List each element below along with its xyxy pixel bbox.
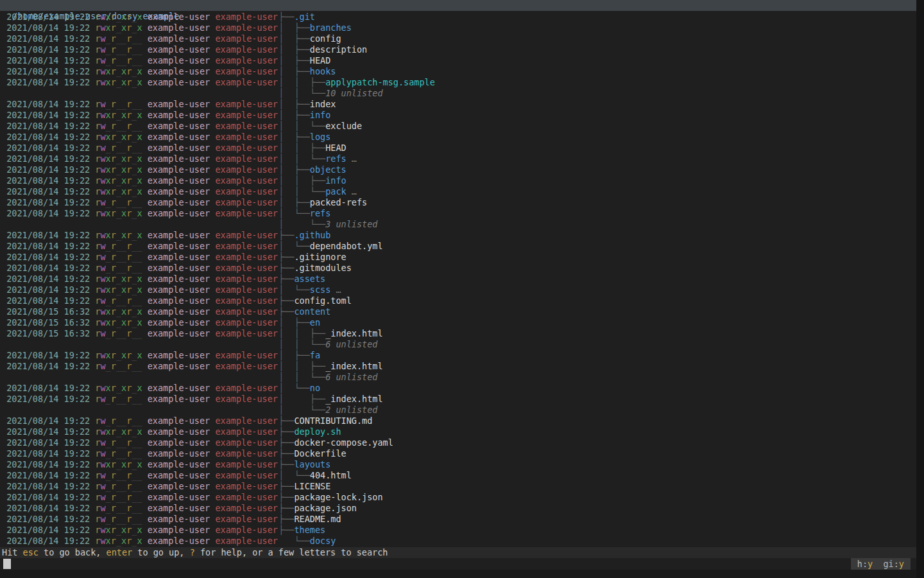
- unlisted-row[interactable]: │ │ └──6 unlisted: [0, 339, 916, 350]
- tree-branch-lines: │ └──: [278, 470, 310, 480]
- tree-branch-lines: │ │ ├──: [278, 361, 325, 371]
- permissions: rwxr_xr_x: [95, 110, 142, 120]
- modified-datetime: 2021/08/14 19:22: [1, 143, 90, 153]
- file-row[interactable]: 2021/08/14 19:22 rw_r__r__ example-user …: [0, 361, 916, 372]
- file-row[interactable]: 2021/08/15 16:32 rwxr_xr_x example-user …: [0, 317, 916, 328]
- toggle-flags[interactable]: h:y gi:y: [851, 558, 911, 570]
- unlisted-row[interactable]: │ │ └──10 unlisted: [0, 88, 916, 99]
- permissions: rw_r__r__: [95, 361, 142, 371]
- group-name: example-user: [215, 481, 278, 491]
- file-row[interactable]: 2021/08/14 19:22 rw_r__r__ example-user …: [0, 394, 916, 405]
- file-row[interactable]: 2021/08/14 19:22 rwxr_xr_x example-user …: [0, 383, 916, 394]
- unlisted-row[interactable]: │ └──3 unlisted: [0, 219, 916, 230]
- file-metadata: 2021/08/15 16:32 rwxr_xr_x example-user …: [1, 317, 278, 328]
- file-name: docker-compose.yaml: [294, 437, 393, 448]
- file-row[interactable]: 2021/08/14 19:22 rw_r__r__ example-user …: [0, 470, 916, 481]
- owner-name: example-user: [148, 110, 210, 120]
- hint-text: to go back,: [38, 547, 107, 557]
- file-row[interactable]: 2021/08/14 19:22 rw_r__r__ example-user …: [0, 437, 916, 448]
- group-name: example-user: [215, 121, 278, 131]
- file-row[interactable]: 2021/08/14 19:22 rw_r__r__ example-user …: [0, 143, 916, 153]
- file-row[interactable]: 2021/08/14 19:22 rwxr_xr_x example-user …: [0, 459, 916, 470]
- file-name: package-lock.json: [294, 492, 382, 502]
- file-row[interactable]: 2021/08/14 19:22 rw_r__r__ example-user …: [0, 481, 916, 492]
- file-row[interactable]: 2021/08/14 19:22 rwxr_xr_x example-user …: [0, 22, 916, 33]
- tree-entry: ├──content: [278, 306, 330, 317]
- file-name: _index.html: [325, 328, 382, 338]
- modified-datetime: 2021/08/14 19:22: [1, 295, 90, 306]
- tree-branch-lines: ├──: [278, 416, 294, 426]
- file-row[interactable]: 2021/08/14 19:22 rwxr_xr_x example-user …: [0, 77, 916, 88]
- file-row[interactable]: 2021/08/14 19:22 rwxr_xr_x example-user …: [0, 164, 916, 175]
- file-row[interactable]: 2021/08/14 19:22 rw_r__r__ example-user …: [0, 448, 916, 459]
- directory-name: en: [310, 317, 320, 328]
- tree-entry: │ ├──_index.html: [278, 394, 383, 405]
- file-row[interactable]: 2021/08/14 19:22 rwxr_xr_x example-user …: [0, 186, 916, 197]
- file-row[interactable]: 2021/08/14 19:22 rw_r__r__ example-user …: [0, 295, 916, 306]
- modified-datetime: 2021/08/14 19:22: [1, 33, 90, 44]
- modified-datetime: 2021/08/14 19:22: [1, 175, 90, 186]
- tree-branch-lines: ├──: [278, 274, 294, 284]
- file-row[interactable]: 2021/08/14 19:22 rw_r__r__ example-user …: [0, 503, 916, 514]
- file-row[interactable]: 2021/08/14 19:22 rw_r__r__ example-user …: [0, 416, 916, 426]
- file-row[interactable]: 2021/08/14 19:22 rw_r__r__ example-user …: [0, 44, 916, 55]
- file-metadata: 2021/08/14 19:22 rwxr_xr_x example-user …: [1, 426, 278, 437]
- tree-branch-lines: ├──: [278, 295, 294, 306]
- unlisted-row[interactable]: │ └──2 unlisted: [0, 405, 916, 416]
- group-name: example-user: [215, 263, 278, 273]
- tree-branch-lines: │ ├──: [278, 55, 310, 66]
- file-row[interactable]: 2021/08/14 19:22 rwxr_xr_x example-user …: [0, 175, 916, 186]
- file-row[interactable]: 2021/08/14 19:22 rwxr_xr_x example-user …: [0, 208, 916, 219]
- file-row[interactable]: 2021/08/14 19:22 rwxr_xr_x example-user …: [0, 285, 916, 295]
- file-row[interactable]: 2021/08/14 19:22 rw_r__r__ example-user …: [0, 55, 916, 66]
- file-row[interactable]: 2021/08/14 19:22 rwxr_xr_x example-user …: [0, 132, 916, 143]
- file-row[interactable]: 2021/08/15 16:32 rw_r__r__ example-user …: [0, 328, 916, 339]
- file-metadata: 2021/08/14 19:22 rwxr_xr_x example-user …: [1, 175, 278, 186]
- tree-entry: │ │ ├──_index.html: [278, 328, 383, 339]
- file-name: CONTRIBUTING.md: [294, 416, 372, 426]
- tree-entry: │ ├──fa: [278, 350, 320, 361]
- file-row[interactable]: 2021/08/14 19:22 rw_r__r__ example-user …: [0, 492, 916, 503]
- file-row[interactable]: 2021/08/14 19:22 rwxr_xr_x example-user …: [0, 525, 916, 536]
- owner-name: example-user: [148, 252, 210, 262]
- file-row[interactable]: 2021/08/14 19:22 rwxr_xr_x example-user …: [0, 426, 916, 437]
- unlisted-row[interactable]: │ │ └──6 unlisted: [0, 372, 916, 383]
- modified-datetime: 2021/08/14 19:22: [1, 503, 90, 513]
- file-row[interactable]: 2021/08/14 19:22 rw_r__r__ example-user …: [0, 263, 916, 274]
- modified-datetime: 2021/08/14 19:22: [1, 470, 90, 480]
- file-row[interactable]: 2021/08/14 19:22 rwxr_xr_x example-user …: [0, 66, 916, 77]
- file-row[interactable]: 2021/08/14 19:22 rwxr_xr_x example-user …: [0, 274, 916, 285]
- tree-branch-lines: ├──: [278, 514, 294, 524]
- tree-branch-lines: │ │ ├──: [278, 175, 325, 186]
- file-metadata: 2021/08/14 19:22 rwxr_xr_x example-user …: [1, 536, 278, 547]
- file-row[interactable]: 2021/08/14 19:22 rw_r__r__ example-user …: [0, 99, 916, 110]
- file-row[interactable]: 2021/08/14 19:22 rwxr_xr_x example-user …: [0, 230, 916, 241]
- file-row[interactable]: 2021/08/14 19:22 rwxr_xr_x example-user …: [0, 12, 916, 22]
- file-row[interactable]: 2021/08/14 19:22 rw_r__r__ example-user …: [0, 514, 916, 525]
- file-name: HEAD: [325, 143, 346, 153]
- file-row[interactable]: 2021/08/14 19:22 rw_r__r__ example-user …: [0, 197, 916, 208]
- key-hint: ?: [190, 547, 195, 557]
- file-name: package.json: [294, 503, 357, 513]
- file-metadata: 2021/08/14 19:22 rwxr_xr_x example-user …: [1, 230, 278, 241]
- directory-name: info: [325, 175, 346, 186]
- file-row[interactable]: 2021/08/14 19:22 rwxr_xr_x example-user …: [0, 350, 916, 361]
- directory-name: no: [310, 383, 320, 393]
- file-row[interactable]: 2021/08/14 19:22 rw_r__r__ example-user …: [0, 33, 916, 44]
- file-row[interactable]: 2021/08/14 19:22 rw_r__r__ example-user …: [0, 252, 916, 263]
- owner-name: example-user: [148, 77, 210, 87]
- owner-name: example-user: [148, 503, 210, 513]
- executable-file-name: applypatch-msg.sample: [325, 77, 435, 87]
- file-metadata: 2021/08/14 19:22 rwxr_xr_x example-user …: [1, 459, 278, 470]
- file-row[interactable]: 2021/08/14 19:22 rw_r__r__ example-user …: [0, 121, 916, 132]
- file-row[interactable]: 2021/08/14 19:22 rwxr_xr_x example-user …: [0, 536, 916, 547]
- file-row[interactable]: 2021/08/14 19:22 rw_r__r__ example-user …: [0, 241, 916, 252]
- file-row[interactable]: 2021/08/15 16:32 rwxr_xr_x example-user …: [0, 306, 916, 317]
- file-row[interactable]: 2021/08/14 19:22 rwxr_xr_x example-user …: [0, 153, 916, 164]
- search-input-line[interactable]: h:y gi:y: [0, 558, 924, 570]
- truncated-ellipsis: …: [346, 186, 357, 197]
- directory-name: .git: [294, 12, 315, 22]
- file-row[interactable]: 2021/08/14 19:22 rwxr_xr_x example-user …: [0, 110, 916, 121]
- tree-branch-lines: ├──: [278, 230, 294, 240]
- permissions: rwxr_xr_x: [95, 459, 142, 469]
